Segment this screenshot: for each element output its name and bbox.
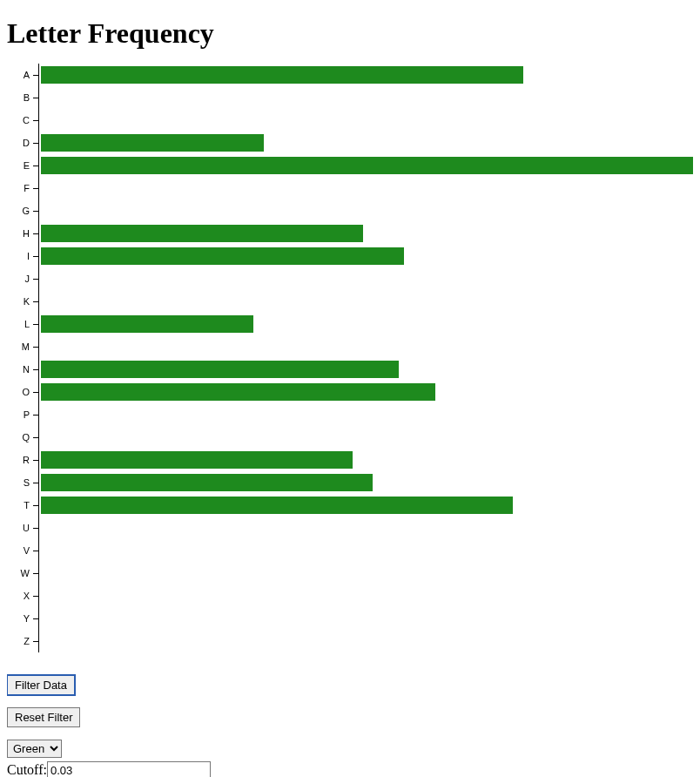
bar-row: J bbox=[38, 267, 693, 290]
bar bbox=[41, 157, 693, 174]
axis-tick bbox=[33, 188, 38, 189]
y-tick-label: T bbox=[24, 500, 30, 510]
y-tick-label: X bbox=[24, 591, 30, 601]
bar-row: Y bbox=[38, 607, 693, 630]
bar-row: A bbox=[38, 64, 693, 86]
controls: Filter Data Reset Filter Green Cutoff: bbox=[7, 675, 693, 777]
y-tick-label: C bbox=[23, 115, 30, 125]
y-tick-label: Y bbox=[24, 613, 30, 624]
bar bbox=[41, 451, 353, 469]
bar-row: N bbox=[38, 358, 693, 381]
y-tick-label: B bbox=[24, 92, 30, 103]
axis-tick bbox=[33, 233, 38, 234]
axis-tick bbox=[33, 324, 38, 325]
axis-tick bbox=[33, 437, 38, 438]
bar-row: E bbox=[38, 154, 693, 177]
bar-row: C bbox=[38, 109, 693, 132]
axis-tick bbox=[33, 415, 38, 416]
bar bbox=[41, 225, 363, 242]
axis-tick bbox=[33, 483, 38, 483]
bar-row: F bbox=[38, 177, 693, 199]
bar-row: S bbox=[38, 471, 693, 494]
axis-tick bbox=[33, 392, 38, 393]
axis-tick bbox=[33, 551, 38, 551]
bar-row: V bbox=[38, 539, 693, 562]
bar-row: K bbox=[38, 290, 693, 313]
bar bbox=[41, 315, 253, 333]
bar-row: B bbox=[38, 86, 693, 109]
bar bbox=[41, 134, 264, 152]
y-tick-label: N bbox=[23, 364, 30, 375]
axis-tick bbox=[33, 641, 38, 642]
axis-tick bbox=[33, 347, 38, 348]
axis-tick bbox=[33, 75, 38, 76]
bar-row: W bbox=[38, 562, 693, 584]
axis-tick bbox=[33, 120, 38, 121]
y-tick-label: W bbox=[21, 568, 30, 578]
bar-row: G bbox=[38, 199, 693, 222]
axis-tick bbox=[33, 528, 38, 529]
bar bbox=[41, 66, 523, 84]
axis-tick bbox=[33, 256, 38, 257]
color-select[interactable]: Green bbox=[7, 740, 62, 758]
bar bbox=[41, 383, 435, 401]
axis-tick bbox=[33, 143, 38, 144]
y-tick-label: D bbox=[23, 138, 30, 148]
bar-row: O bbox=[38, 381, 693, 403]
y-tick-label: J bbox=[25, 274, 30, 284]
page-title: Letter Frequency bbox=[7, 17, 693, 50]
y-tick-label: S bbox=[24, 477, 30, 488]
bar-row: T bbox=[38, 494, 693, 517]
bar bbox=[41, 474, 373, 491]
bar-row: R bbox=[38, 449, 693, 471]
bar bbox=[41, 247, 404, 265]
bar bbox=[41, 497, 513, 514]
bar-row: P bbox=[38, 403, 693, 426]
bar-row: D bbox=[38, 132, 693, 154]
y-tick-label: P bbox=[24, 409, 30, 420]
y-tick-label: L bbox=[24, 319, 30, 329]
y-tick-label: Q bbox=[22, 432, 30, 443]
cutoff-label: Cutoff: bbox=[7, 762, 47, 777]
axis-tick bbox=[33, 166, 38, 166]
axis-tick bbox=[33, 279, 38, 280]
bar-row: Z bbox=[38, 630, 693, 652]
bar-row: Q bbox=[38, 426, 693, 449]
bar-chart: ABCDEFGHIJKLMNOPQRSTUVWXYZ bbox=[38, 64, 693, 652]
cutoff-input[interactable] bbox=[47, 761, 211, 777]
y-tick-label: V bbox=[24, 545, 30, 556]
reset-filter-button[interactable]: Reset Filter bbox=[7, 707, 80, 727]
bar-row: X bbox=[38, 584, 693, 607]
bar-row: I bbox=[38, 245, 693, 267]
axis-tick bbox=[33, 618, 38, 619]
axis-tick bbox=[33, 301, 38, 302]
y-tick-label: H bbox=[23, 228, 30, 239]
axis-tick bbox=[33, 596, 38, 597]
axis-tick bbox=[33, 369, 38, 370]
bar-row: U bbox=[38, 517, 693, 539]
axis-tick bbox=[33, 460, 38, 461]
y-tick-label: Z bbox=[24, 636, 30, 646]
y-tick-label: R bbox=[23, 455, 30, 465]
y-tick-label: I bbox=[27, 251, 30, 261]
y-tick-label: G bbox=[22, 206, 30, 216]
bar-row: H bbox=[38, 222, 693, 245]
axis-tick bbox=[33, 573, 38, 574]
y-tick-label: A bbox=[24, 70, 30, 80]
y-tick-label: E bbox=[24, 160, 30, 171]
y-tick-label: M bbox=[22, 341, 30, 352]
y-tick-label: F bbox=[24, 183, 30, 193]
y-tick-label: O bbox=[22, 387, 30, 397]
bar-row: L bbox=[38, 313, 693, 335]
axis-tick bbox=[33, 98, 38, 98]
bar-row: M bbox=[38, 335, 693, 358]
axis-tick bbox=[33, 505, 38, 506]
y-tick-label: K bbox=[24, 296, 30, 307]
axis-tick bbox=[33, 211, 38, 212]
filter-data-button[interactable]: Filter Data bbox=[7, 675, 75, 695]
bar bbox=[41, 361, 399, 378]
y-tick-label: U bbox=[23, 523, 30, 533]
